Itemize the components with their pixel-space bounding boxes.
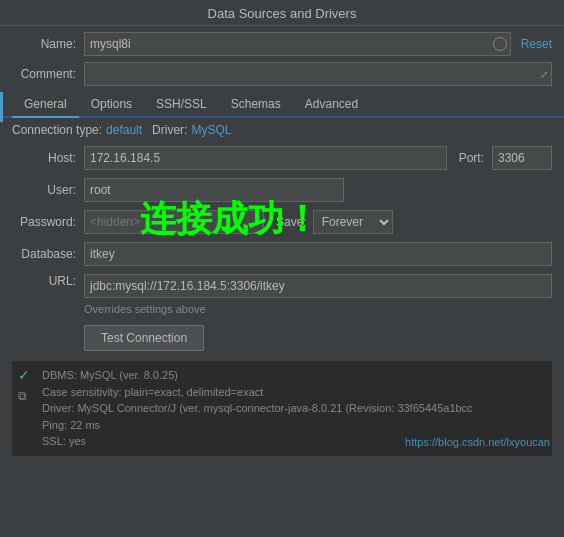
url-row: URL: <box>0 270 564 302</box>
database-row: Database: <box>0 238 564 270</box>
reset-link[interactable]: Reset <box>521 37 552 51</box>
status-driver: Driver: MySQL Connector/J (ver. mysql-co… <box>42 400 544 417</box>
driver-value[interactable]: MySQL <box>191 123 231 137</box>
save-label: Save: <box>276 215 307 229</box>
password-label: Password: <box>12 215 84 229</box>
save-select[interactable]: Forever Until restart Never <box>313 210 393 234</box>
name-circle-icon <box>493 37 507 51</box>
user-row: User: <box>0 174 564 206</box>
database-label: Database: <box>12 247 84 261</box>
url-input[interactable] <box>84 274 552 298</box>
dialog-title: Data Sources and Drivers <box>0 0 564 26</box>
host-row: Host: Port: <box>0 142 564 174</box>
comment-label: Comment: <box>12 67 84 81</box>
tab-options[interactable]: Options <box>79 92 144 118</box>
host-input[interactable] <box>84 146 447 170</box>
database-input[interactable] <box>84 242 552 266</box>
conn-type-value[interactable]: default <box>106 123 142 137</box>
watermark-text: https://blog.csdn.net/lxyoucan <box>405 436 550 448</box>
status-case: Case sensitivity: plain=exact, delimited… <box>42 384 544 401</box>
status-copy-icon: ⧉ <box>18 389 27 403</box>
conn-type-prefix: Connection type: <box>12 123 102 137</box>
user-input[interactable] <box>84 178 344 202</box>
test-btn-row: Test Connection <box>0 319 564 357</box>
comment-input[interactable] <box>84 62 552 86</box>
tab-schemas[interactable]: Schemas <box>219 92 293 118</box>
port-label: Port: <box>459 151 484 165</box>
connection-type-row: Connection type: default Driver: MySQL <box>0 118 564 142</box>
overrides-text: Overrides settings above <box>0 302 564 319</box>
tab-general[interactable]: General <box>12 92 79 118</box>
status-dbms: DBMS: MySQL (ver. 8.0.25) <box>42 367 544 384</box>
tabs-bar: General Options SSH/SSL Schemas Advanced <box>0 92 564 118</box>
name-row: Name: Reset <box>0 26 564 60</box>
expand-icon: ⤢ <box>540 69 548 80</box>
status-ping: Ping: 22 ms <box>42 417 544 434</box>
name-label: Name: <box>12 37 84 51</box>
comment-input-wrap: ⤢ <box>84 62 552 86</box>
tab-ssh-ssl[interactable]: SSH/SSL <box>144 92 219 118</box>
user-label: User: <box>12 183 84 197</box>
password-row: Password: Save: Forever Until restart Ne… <box>0 206 564 238</box>
driver-prefix: Driver: <box>152 123 187 137</box>
password-input[interactable] <box>84 210 264 234</box>
name-input-wrap <box>84 32 511 56</box>
tab-advanced[interactable]: Advanced <box>293 92 370 118</box>
status-check-icon: ✓ <box>18 367 30 383</box>
name-input[interactable] <box>84 32 511 56</box>
left-accent <box>0 92 3 122</box>
port-input[interactable] <box>492 146 552 170</box>
host-label: Host: <box>12 151 84 165</box>
comment-row: Comment: ⤢ <box>0 60 564 90</box>
url-label: URL: <box>12 274 84 288</box>
test-connection-button[interactable]: Test Connection <box>84 325 204 351</box>
